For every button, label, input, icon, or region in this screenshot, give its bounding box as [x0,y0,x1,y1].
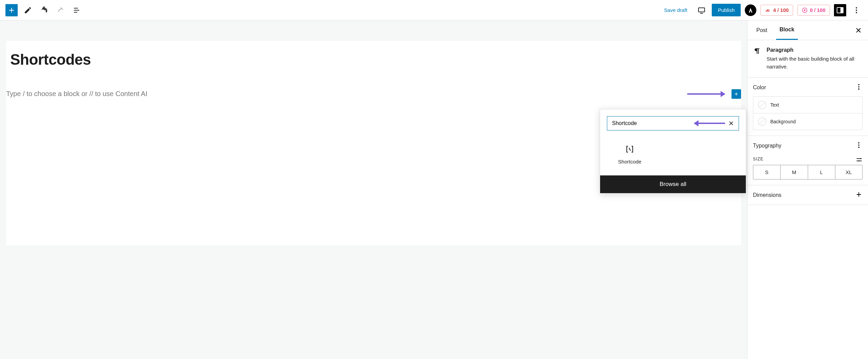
clear-search-icon[interactable] [728,120,735,127]
pencil-icon [24,6,32,14]
background-color-item[interactable]: Background [753,113,862,130]
astra-badge[interactable] [745,4,756,16]
browse-all-button[interactable]: Browse all [600,175,746,193]
content-ai-score-pill[interactable]: 0 / 100 [797,5,830,16]
settings-sidebar-toggle[interactable] [834,4,846,16]
kebab-icon [852,6,861,14]
color-panel-title: Color [753,84,766,91]
svg-point-11 [858,142,859,144]
editor-toolbar: Save draft Publish 4 / 100 0 / 100 [0,0,868,20]
size-m[interactable]: M [780,165,807,179]
dimensions-panel: Dimensions [748,185,868,205]
kebab-icon [855,141,863,149]
block-name: Paragraph [767,47,863,53]
svg-rect-0 [698,8,705,12]
svg-point-6 [856,10,857,11]
save-draft-button[interactable]: Save draft [660,4,691,16]
tab-post[interactable]: Post [753,21,771,40]
font-size-segmented: S M L XL [753,165,863,180]
size-l[interactable]: L [808,165,835,179]
block-results: Shortcode [600,137,746,175]
publish-button[interactable]: Publish [712,4,741,16]
swatch-icon [758,101,766,109]
swatch-icon [758,118,766,126]
typography-panel: Typography SIZE S M L XL [748,136,868,185]
typography-panel-title: Typography [753,143,782,149]
astra-icon [748,7,754,13]
svg-point-15 [858,160,859,161]
options-button[interactable] [850,4,863,16]
block-item-shortcode[interactable]: Shortcode [608,141,652,169]
editor-workspace: Shortcodes Type / to choose a block or /… [0,20,868,359]
post-title[interactable]: Shortcodes [10,51,741,68]
block-search-field[interactable] [607,116,739,130]
size-s[interactable]: S [753,165,780,179]
svg-point-5 [856,7,857,9]
size-xl[interactable]: XL [835,165,862,179]
svg-point-10 [858,89,859,90]
svg-point-2 [804,9,806,11]
list-view-icon [73,6,81,14]
undo-icon [40,6,48,14]
plus-icon [734,90,739,98]
dimensions-add-button[interactable] [855,191,863,199]
svg-point-7 [856,12,857,13]
annotation-arrow-to-search [694,123,725,124]
editor-canvas[interactable]: Shortcodes Type / to choose a block or /… [6,41,741,245]
sidebar-tabs: Post Block [748,20,868,40]
tab-block[interactable]: Block [776,20,798,40]
svg-point-9 [858,86,859,88]
plus-icon [7,6,16,14]
svg-point-13 [858,147,859,148]
svg-point-8 [858,84,859,85]
close-sidebar-icon[interactable] [854,26,863,34]
typography-panel-options[interactable] [855,141,863,150]
preview-button[interactable] [695,4,708,16]
color-panel: Color Text Background [748,78,868,136]
ai-badge-icon [802,7,808,13]
document-overview-button[interactable] [71,4,83,16]
svg-rect-4 [840,7,843,13]
svg-point-12 [858,144,859,146]
block-card: Paragraph Start with the basic building … [748,40,868,78]
block-item-label: Shortcode [608,159,652,165]
tools-button[interactable] [22,4,34,16]
sidebar-icon [836,6,844,14]
plus-icon [855,191,863,198]
redo-icon [57,6,65,14]
block-search-input[interactable] [611,120,692,127]
redo-button[interactable] [54,4,67,16]
desktop-icon [697,6,706,14]
svg-point-14 [860,158,861,159]
inline-block-inserter[interactable] [732,89,741,99]
block-inserter-toggle[interactable] [5,4,18,16]
block-description: Start with the basic building block of a… [767,55,863,71]
block-inserter-popup: Shortcode Browse all [600,109,746,193]
paragraph-placeholder[interactable]: Type / to choose a block or // to use Co… [6,89,732,99]
dimensions-panel-title: Dimensions [753,192,782,198]
editor-canvas-wrap: Shortcodes Type / to choose a block or /… [0,20,747,359]
settings-slider-icon[interactable] [856,156,863,163]
shortcode-icon [608,145,652,155]
color-panel-options[interactable] [855,83,863,92]
annotation-arrow-to-inserter [687,93,725,95]
text-color-item[interactable]: Text [753,97,862,113]
chart-icon [765,7,771,13]
settings-sidebar: Post Block Paragraph Start with the basi… [747,20,868,359]
undo-button[interactable] [38,4,50,16]
size-label: SIZE [753,157,763,161]
seo-score-pill[interactable]: 4 / 100 [760,5,793,16]
paragraph-icon [753,47,761,71]
empty-paragraph-row: Type / to choose a block or // to use Co… [6,89,741,99]
kebab-icon [855,83,863,91]
